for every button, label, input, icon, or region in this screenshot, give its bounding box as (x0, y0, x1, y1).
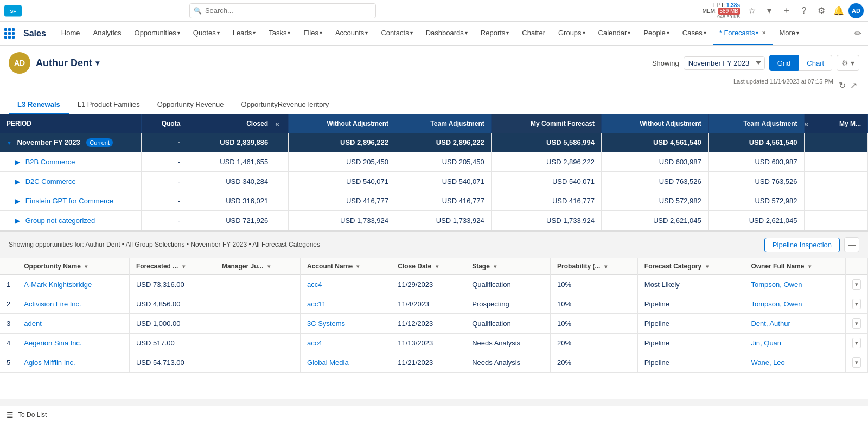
expand-row-button[interactable]: ▾ (852, 357, 861, 368)
nav-item-analytics[interactable]: Analytics (87, 22, 128, 46)
opp-forecast-cat-cell: Pipeline (637, 294, 744, 314)
opp-account-link[interactable]: Global Media (307, 358, 349, 367)
expand-row-button[interactable]: ▾ (852, 338, 861, 348)
star-button[interactable]: ☆ (744, 3, 760, 18)
nav-item-dashboards[interactable]: Dashboards▾ (419, 22, 474, 46)
opp-name-link[interactable]: Activision Fire Inc. (24, 300, 81, 308)
period-select[interactable]: October FY 2023November FY 2023December … (684, 56, 765, 70)
nav-item-reports[interactable]: Reports▾ (474, 22, 516, 46)
refresh-button[interactable]: ↻ (837, 78, 848, 93)
opp-name-link[interactable]: adent (24, 319, 42, 328)
opp-account-link[interactable]: acc4 (307, 280, 322, 289)
opp-forecasted-cell: USD 517.00 (129, 334, 215, 353)
export-button[interactable]: ↗ (848, 78, 859, 93)
collapse-icon[interactable]: ▼ (7, 140, 12, 146)
opp-account-link[interactable]: acc4 (307, 339, 322, 347)
opp-actions-cell: ▾ (846, 314, 868, 334)
opp-num: 4 (0, 334, 17, 353)
opp-panel-header: Showing opportunities for: Authur Dent •… (0, 232, 868, 258)
col-manager-ju-header[interactable]: Manager Ju... ▾ (215, 258, 300, 275)
collapse-panel-button[interactable]: — (844, 237, 859, 252)
pipeline-inspection-button[interactable]: Pipeline Inspection (764, 238, 840, 252)
b2b-commerce-link[interactable]: B2B Commerce (25, 158, 75, 166)
expand-icon[interactable]: ▶ (15, 217, 20, 225)
opp-probability-cell: 20% (551, 353, 638, 373)
nav-item-opportunities[interactable]: Opportunities▾ (128, 22, 187, 46)
nav-item-calendar[interactable]: Calendar▾ (592, 22, 637, 46)
user-name-dropdown-button[interactable]: Authur Dent ▾ (36, 57, 99, 69)
col-opp-name-header[interactable]: Opportunity Name ▾ (17, 258, 130, 275)
dropdown-arrow-button[interactable]: ▾ (762, 3, 777, 18)
d2c-commerce-link[interactable]: D2C Commerce (25, 177, 76, 185)
col-owner-header[interactable]: Owner Full Name ▾ (744, 258, 846, 275)
expand-icon[interactable]: ▶ (15, 197, 20, 205)
nav-item-files[interactable]: Files▾ (297, 22, 328, 46)
col-close-date-header[interactable]: Close Date ▾ (391, 258, 465, 275)
grid-view-button[interactable]: Grid (769, 55, 799, 71)
opp-owner-link[interactable]: Dent, Authur (751, 319, 790, 328)
setup-button[interactable]: ⚙ (814, 3, 829, 18)
group-not-categorized-link[interactable]: Group not categorized (25, 216, 95, 225)
expand-row-button[interactable]: ▾ (852, 299, 861, 309)
col-forecast-cat-header[interactable]: Forecast Category ▾ (637, 258, 744, 275)
col-probability-header[interactable]: Probability (... ▾ (551, 258, 638, 275)
col-num-header (0, 258, 17, 275)
nav-item-chatter[interactable]: Chatter (515, 22, 552, 46)
forecast-tabs: L3 Renewals L1 Product Families Opportun… (9, 96, 859, 114)
sub-d2c-my-m (818, 172, 867, 191)
opp-owner-link[interactable]: Wane, Leo (751, 358, 784, 367)
opp-account-link[interactable]: acc11 (307, 300, 326, 308)
opp-owner-link[interactable]: Jin, Quan (751, 339, 781, 347)
app-launcher-button[interactable] (4, 28, 17, 39)
sub-einstein-my-m (818, 191, 867, 211)
opp-account-cell: acc4 (301, 275, 391, 294)
sub-einstein-commit: USD 416,777 (491, 191, 601, 211)
help-button[interactable]: ? (796, 3, 812, 18)
sort-icon: ▾ (808, 264, 811, 270)
period-row-team-adj: USD 2,896,222 (395, 133, 491, 152)
forecast-settings-button[interactable]: ⚙ ▾ (837, 55, 859, 71)
period-link[interactable]: November FY 2023 (17, 138, 80, 146)
sub-b2b-team-adj2: USD 603,987 (708, 152, 804, 172)
opp-account-link[interactable]: 3C Systems (307, 319, 345, 328)
einstein-gpt-link[interactable]: Einstein GPT for Commerce (25, 197, 113, 205)
sort-icon: ▾ (604, 264, 607, 270)
search-input[interactable] (189, 3, 376, 18)
nav-item-quotes[interactable]: Quotes▾ (187, 22, 226, 46)
nav-item-accounts[interactable]: Accounts▾ (329, 22, 374, 46)
user-avatar[interactable]: AD (848, 3, 864, 18)
col-forecasted-header[interactable]: Forecasted ... ▾ (129, 258, 215, 275)
col-team-adj2: Team Adjustment (708, 114, 804, 133)
opp-actions-cell: ▾ (846, 353, 868, 373)
expand-icon[interactable]: ▶ (15, 178, 20, 185)
add-button[interactable]: ＋ (779, 3, 794, 18)
nav-item-contacts[interactable]: Contacts▾ (374, 22, 419, 46)
nav-edit-button[interactable]: ✏ (852, 26, 864, 41)
nav-item-tasks[interactable]: Tasks▾ (262, 22, 297, 46)
expand-icon[interactable]: ▶ (15, 158, 20, 166)
nav-item-home[interactable]: Home (55, 22, 87, 46)
opp-name-link[interactable]: Aegerion Sina Inc. (24, 339, 81, 347)
opp-owner-link[interactable]: Tompson, Owen (751, 280, 802, 289)
salesforce-logo: SF (4, 2, 22, 20)
col-account-name-header[interactable]: Account Name ▾ (301, 258, 391, 275)
nav-item-forecasts[interactable]: * Forecasts▾✕ (713, 22, 773, 46)
opp-name-link[interactable]: A-Mark Knightsbridge (24, 280, 92, 289)
tab-l1-product-families[interactable]: L1 Product Families (69, 96, 149, 114)
nav-item-people[interactable]: People▾ (637, 22, 675, 46)
opp-num: 1 (0, 275, 17, 294)
tab-opportunity-revenue-territory[interactable]: OpportunityRevenueTeritory (233, 96, 338, 114)
nav-item-cases[interactable]: Cases▾ (676, 22, 713, 46)
nav-item-groups[interactable]: Groups▾ (552, 22, 592, 46)
tab-opportunity-revenue[interactable]: Opportunity Revenue (149, 96, 233, 114)
opp-owner-link[interactable]: Tompson, Owen (751, 300, 802, 308)
chart-view-button[interactable]: Chart (799, 55, 832, 71)
expand-row-button[interactable]: ▾ (852, 279, 861, 290)
nav-item-more[interactable]: More▾ (773, 22, 806, 46)
col-stage-header[interactable]: Stage ▾ (465, 258, 551, 275)
opp-name-link[interactable]: Agios Mifflin Inc. (24, 358, 75, 367)
expand-row-button[interactable]: ▾ (852, 318, 861, 329)
nav-item-leads[interactable]: Leads▾ (226, 22, 262, 46)
notifications-button[interactable]: 🔔 (831, 3, 846, 18)
tab-l3-renewals[interactable]: L3 Renewals (9, 96, 69, 114)
